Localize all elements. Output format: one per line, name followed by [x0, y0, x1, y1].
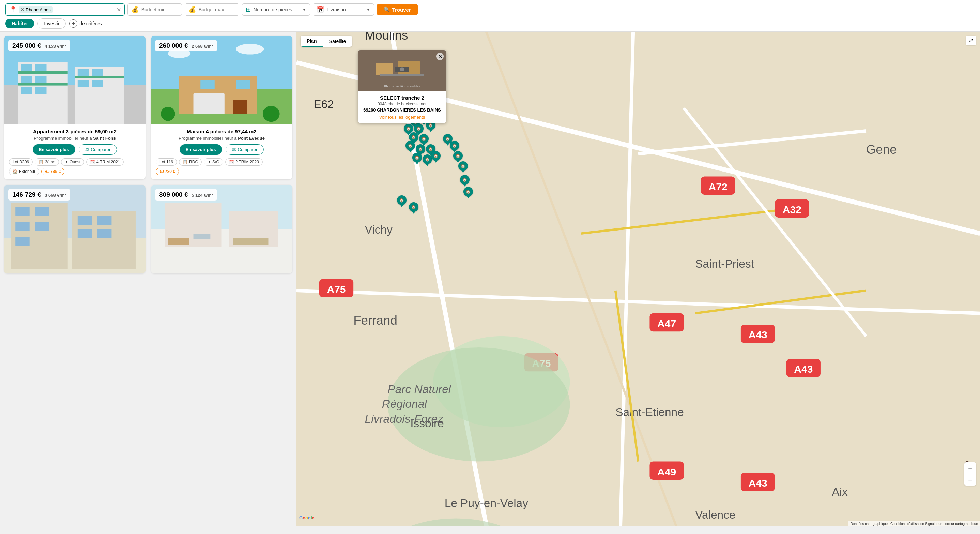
location-tag-close[interactable]: ✕ [21, 7, 24, 12]
map-popup-address: 0048 che de beckensteiner [362, 102, 442, 107]
svg-text:A32: A32 [783, 204, 802, 215]
card-2-subtitle: Programme immobilier neuf à Pont Eveque [156, 136, 288, 141]
tag-floor: 📋 3ème [35, 158, 59, 166]
map-popup-body: SELECT tranche 2 0048 che de beckenstein… [358, 91, 446, 123]
card-1-compare-button[interactable]: ⚖ Comparer [79, 144, 117, 155]
compare-icon-2: ⚖ [232, 147, 236, 152]
more-criteria[interactable]: + de critères [69, 19, 102, 28]
svg-rect-38 [78, 216, 92, 225]
svg-point-27 [161, 107, 175, 121]
map-marker-16[interactable]: 🏠 [450, 141, 459, 150]
tag-price-orange: 🏷 735 € [41, 168, 64, 175]
map-marker-5[interactable]: 🏠 [414, 124, 423, 133]
tag-orientation: ✈ Ouest [61, 158, 84, 166]
map-popup-close[interactable]: ✕ [436, 53, 444, 60]
map-marker-lyon[interactable]: 🏠 [397, 195, 407, 205]
card-2-title: Maison 4 pièces de 97,44 m2 [156, 129, 288, 134]
map-popup-city: 69260 CHARBONNIERES LES BAINS [362, 107, 442, 113]
svg-rect-5 [35, 64, 46, 71]
svg-point-28 [263, 106, 280, 122]
svg-text:Parc Naturel: Parc Naturel [387, 383, 451, 395]
tag-lot: Lot B306 [9, 158, 33, 166]
svg-text:A43: A43 [748, 329, 767, 340]
livraison-label: Livraison [327, 7, 364, 12]
investir-button[interactable]: Investir [38, 18, 66, 29]
expand-map-button[interactable]: ⤢ [966, 36, 976, 45]
search-button-label: Trouver [392, 7, 411, 13]
map-marker-21[interactable]: 🏠 [409, 202, 418, 212]
search-button[interactable]: 🔍 Trouver [377, 4, 418, 15]
card-1-title: Appartement 3 pièces de 59,00 m2 [9, 129, 141, 134]
floor-icon: 📋 [38, 159, 44, 164]
svg-rect-40 [78, 229, 92, 238]
svg-rect-105 [375, 63, 393, 75]
svg-rect-47 [194, 234, 211, 239]
map-marker-10[interactable]: 🏠 [416, 144, 425, 154]
pieces-chevron-icon: ▼ [302, 7, 306, 12]
satellite-button[interactable]: Satellite [323, 36, 352, 47]
card-3-price-per-m2: 3 668 €/m² [45, 193, 66, 198]
zoom-out-button[interactable]: − [964, 474, 976, 486]
habiter-button[interactable]: Habiter [5, 19, 34, 28]
svg-rect-12 [78, 80, 89, 87]
map-marker-7[interactable]: 🏠 [409, 132, 418, 142]
map-marker-13[interactable]: 🏠 [423, 155, 432, 164]
main-content: 245 000 € 4 153 €/m² Appartement 3 pièce… [0, 32, 980, 526]
card-1-image-wrap: 245 000 € 4 153 €/m² [4, 36, 145, 124]
map-marker-19[interactable]: 🏠 [460, 175, 469, 185]
svg-rect-24 [200, 80, 215, 89]
svg-rect-34 [35, 207, 49, 216]
card-1-tags: Lot B306 📋 3ème ✈ Ouest 📅 4 TRIM 2021 [9, 158, 141, 166]
map-popup-link[interactable]: Voir tous les logements [362, 115, 442, 120]
svg-text:Gene: Gene [866, 142, 897, 156]
budget-min-input[interactable] [142, 7, 175, 12]
calendar-icon: 📅 [90, 159, 95, 164]
map-marker-12[interactable]: 🏠 [412, 153, 422, 162]
card-1-cta-button[interactable]: En savoir plus [33, 144, 75, 155]
map-marker-8[interactable]: 🏠 [419, 134, 429, 143]
pieces-dropdown[interactable]: ⊞ Nombre de pièces ▼ [242, 3, 310, 16]
orientation-icon: ✈ [65, 159, 68, 164]
svg-rect-11 [92, 69, 103, 76]
location-input[interactable] [55, 7, 115, 12]
search-row: 📍 ✕ Rhone Alpes ✕ 💰 💰 ⊞ Nombre de pièces… [5, 3, 975, 16]
card-4-price-badge: 309 000 € 5 124 €/m² [155, 189, 217, 201]
google-logo: Google [299, 515, 315, 520]
zoom-controls: + − [964, 462, 976, 486]
listing-card-4: 309 000 € 5 124 €/m² [151, 185, 293, 274]
map-marker-20[interactable]: 🏠 [463, 187, 473, 196]
svg-rect-39 [97, 216, 112, 225]
svg-rect-14 [18, 71, 68, 74]
budget-max-box: 💰 [185, 3, 239, 16]
exterior-icon: 🏠 [13, 169, 18, 174]
location-box[interactable]: 📍 ✕ Rhone Alpes ✕ [5, 3, 125, 16]
map-marker-9[interactable]: 🏠 [406, 141, 415, 150]
pieces-label: Nombre de pièces [253, 7, 299, 12]
orient-icon-2: ✈ [207, 159, 211, 164]
zoom-in-button[interactable]: + [964, 462, 976, 474]
header: 📍 ✕ Rhone Alpes ✕ 💰 💰 ⊞ Nombre de pièces… [0, 0, 980, 32]
map-marker-17[interactable]: 🏠 [453, 151, 463, 161]
card-2-price-per-m2: 2 668 €/m² [191, 44, 213, 49]
tag-floor-2: 📋 RDC [179, 158, 202, 166]
map-panel: A75 A72 A32 A47 A43 A75 A49 A43 A43 A75 … [296, 32, 980, 526]
svg-rect-10 [78, 69, 89, 76]
budget-max-input[interactable] [199, 7, 233, 12]
map-marker-4[interactable]: 🏠 [404, 124, 413, 133]
svg-rect-107 [380, 74, 424, 77]
svg-text:A75: A75 [327, 284, 345, 295]
card-2-compare-button[interactable]: ⚖ Comparer [226, 144, 264, 155]
svg-point-109 [400, 67, 404, 71]
plan-button[interactable]: Plan [301, 36, 323, 47]
location-clear-icon[interactable]: ✕ [116, 6, 121, 13]
svg-text:Saint-Priest: Saint-Priest [695, 257, 754, 270]
svg-rect-35 [15, 222, 29, 231]
card-3-price-badge: 146 729 € 3 668 €/m² [8, 189, 70, 201]
location-icon: 📍 [9, 6, 17, 13]
map-marker-14[interactable]: 🏠 [431, 151, 441, 161]
livraison-dropdown[interactable]: 📅 Livraison ▼ [313, 3, 374, 16]
map-marker-18[interactable]: 🏠 [458, 161, 468, 171]
svg-text:Photos bientôt disponibles: Photos bientôt disponibles [384, 84, 420, 88]
svg-text:Livradois-Forez: Livradois-Forez [365, 413, 444, 425]
card-2-cta-button[interactable]: En savoir plus [180, 144, 222, 155]
